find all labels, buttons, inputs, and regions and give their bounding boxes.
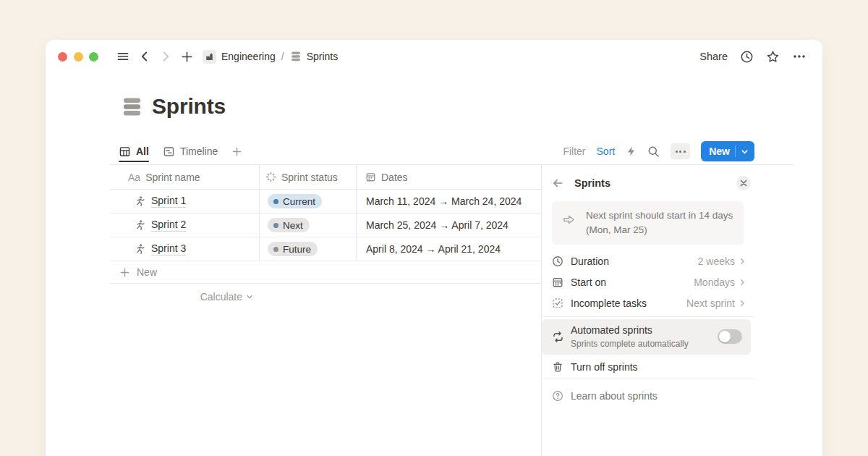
view-options-button[interactable] — [671, 143, 690, 159]
learn-about-sprints-link[interactable]: Learn about sprints — [552, 386, 751, 406]
column-label: Sprint status — [281, 172, 338, 183]
setting-incomplete-tasks[interactable]: Incomplete tasks Next sprint — [552, 292, 751, 313]
setting-label: Duration — [571, 256, 609, 267]
chevron-right-icon — [738, 299, 746, 308]
runner-icon — [134, 219, 145, 231]
column-header-dates[interactable]: Dates — [356, 172, 541, 183]
window-topbar: Engineering / Sprints Share — [46, 40, 822, 73]
page-title: Sprints — [152, 94, 226, 119]
automated-sprints-label: Automated sprints — [571, 324, 652, 336]
more-options-icon[interactable] — [792, 50, 807, 63]
workspace-factory-icon[interactable] — [203, 50, 216, 64]
callout-text: Next sprint should start in 14 days (Mon… — [586, 208, 739, 237]
table-row[interactable]: Sprint 3 Future April 8, 2024 → April 21… — [110, 237, 541, 261]
dates-cell[interactable]: March 11, 2024 → March 24, 2024 — [356, 195, 541, 207]
help-question-icon — [552, 390, 563, 402]
tab-timeline[interactable]: Timeline — [163, 145, 218, 158]
sprint-page-link[interactable]: Sprint 1 — [151, 195, 186, 208]
setting-start-on[interactable]: Start on Mondays — [552, 271, 751, 292]
status-cell[interactable]: Current — [259, 194, 356, 208]
table-row[interactable]: Sprint 2 Next March 25, 2024 → April 7, … — [110, 214, 541, 237]
new-page-icon[interactable] — [181, 51, 193, 63]
status-pill: Next — [268, 218, 310, 232]
table-row[interactable]: Sprint 1 Current March 11, 2024 → March … — [110, 190, 541, 214]
status-pill: Future — [268, 242, 318, 256]
checkbox-dashed-icon — [552, 297, 563, 309]
sprint-page-link[interactable]: Sprint 3 — [151, 242, 186, 256]
status-dot — [273, 223, 278, 228]
sidebar-menu-icon[interactable] — [116, 50, 129, 63]
calculate-button[interactable]: Calculate — [110, 286, 259, 308]
status-cell[interactable]: Future — [259, 242, 356, 256]
panel-divider — [541, 164, 542, 456]
toggle-knob — [719, 331, 731, 342]
trash-icon — [552, 361, 563, 373]
clock-icon — [552, 256, 563, 267]
minimize-window-button[interactable] — [74, 52, 83, 62]
runner-icon — [134, 243, 145, 255]
column-label: Sprint name — [145, 172, 200, 183]
calendar-icon — [365, 172, 376, 182]
notion-window: Engineering / Sprints Share — [46, 40, 822, 456]
setting-duration[interactable]: Duration 2 weeks — [552, 250, 751, 271]
new-button[interactable]: New — [701, 141, 754, 161]
plus-icon — [119, 267, 130, 278]
sort-button[interactable]: Sort — [597, 145, 616, 157]
calendar-icon — [552, 276, 563, 288]
search-icon[interactable] — [647, 145, 660, 158]
status-dot — [273, 247, 278, 252]
status-burst-icon — [265, 172, 276, 182]
new-dropdown-chevron-icon[interactable] — [741, 148, 749, 156]
close-window-button[interactable] — [58, 52, 67, 62]
panel-close-button[interactable] — [736, 176, 751, 190]
timeline-view-icon — [163, 145, 175, 158]
new-row-button[interactable]: New — [110, 261, 541, 284]
text-property-icon: Aa — [128, 172, 140, 183]
filter-button[interactable]: Filter — [563, 145, 585, 157]
panel-section-divider — [542, 316, 754, 317]
breadcrumb-separator: / — [281, 51, 284, 62]
arrow-right-outline-icon — [562, 213, 576, 227]
column-header-sprint-status[interactable]: Sprint status — [259, 172, 356, 183]
automated-sprints-toggle[interactable] — [718, 329, 742, 344]
dates-cell[interactable]: March 25, 2024 → April 7, 2024 — [356, 219, 541, 231]
chevron-right-icon — [738, 278, 746, 287]
table-header-row: Aa Sprint name Sprint status Dates — [110, 165, 541, 190]
panel-back-icon[interactable] — [552, 177, 563, 189]
tab-all[interactable]: All — [119, 145, 149, 158]
sprints-table: Aa Sprint name Sprint status Dates — [110, 165, 541, 284]
share-button[interactable]: Share — [699, 51, 728, 62]
page-database-icon[interactable] — [122, 96, 142, 117]
turn-off-sprints-button[interactable]: Turn off sprints — [552, 357, 751, 377]
favorite-star-icon[interactable] — [766, 50, 780, 64]
active-tab-underline — [119, 161, 149, 162]
forward-icon[interactable] — [160, 51, 171, 62]
breadcrumb: Engineering / Sprints — [203, 50, 338, 64]
zoom-window-button[interactable] — [89, 52, 98, 62]
setting-label: Incomplete tasks — [571, 297, 647, 309]
new-button-label: New — [709, 145, 730, 157]
updates-clock-icon[interactable] — [740, 50, 754, 64]
status-cell[interactable]: Next — [259, 218, 356, 232]
panel-title: Sprints — [574, 177, 610, 189]
column-label: Dates — [381, 172, 408, 183]
breadcrumb-page[interactable]: Sprints — [307, 51, 339, 62]
sprint-page-link[interactable]: Sprint 2 — [151, 219, 186, 232]
desktop-background: Engineering / Sprints Share — [0, 0, 868, 456]
add-view-icon[interactable] — [231, 146, 242, 157]
setting-value: 2 weeks — [698, 256, 735, 267]
database-icon — [290, 51, 302, 62]
breadcrumb-workspace[interactable]: Engineering — [221, 51, 276, 62]
tab-timeline-label: Timeline — [180, 145, 218, 157]
back-icon[interactable] — [139, 51, 150, 62]
dates-cell[interactable]: April 8, 2024 → April 21, 2024 — [356, 243, 541, 255]
automated-sprints-sublabel: Sprints complete automatically — [571, 339, 689, 349]
automations-bolt-icon[interactable] — [626, 145, 637, 157]
setting-label: Start on — [571, 276, 606, 288]
learn-about-sprints-label: Learn about sprints — [571, 390, 658, 402]
automated-sprints-row[interactable]: Automated sprints Sprints complete autom… — [542, 319, 751, 355]
calculate-chevron-icon — [246, 293, 253, 300]
column-header-sprint-name[interactable]: Aa Sprint name — [110, 172, 259, 183]
traffic-lights — [58, 52, 98, 62]
calculate-label: Calculate — [200, 291, 242, 303]
